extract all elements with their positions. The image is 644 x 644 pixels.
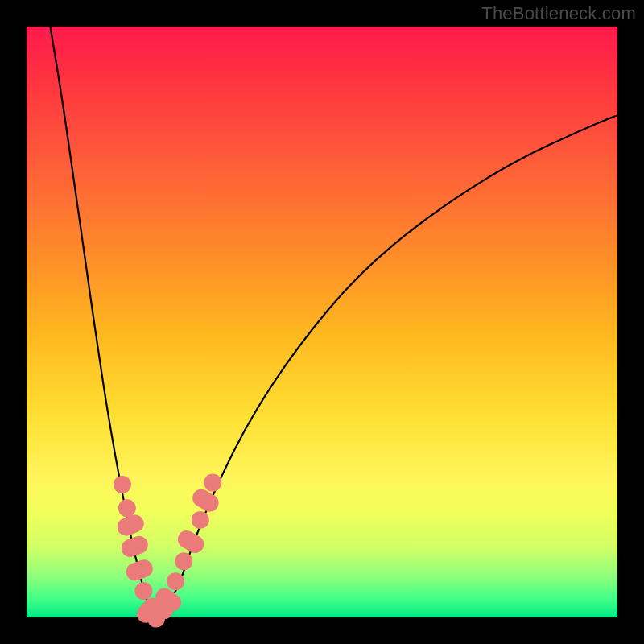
watermark-text: TheBottleneck.com: [481, 3, 636, 24]
chart-frame: TheBottleneck.com: [0, 0, 644, 644]
chart-marker-dot: [118, 499, 136, 517]
chart-marker-dot: [167, 572, 184, 590]
chart-marker-capsule: [119, 534, 151, 559]
chart-marker-dot: [134, 582, 152, 600]
chart-svg-layer: [27, 27, 617, 617]
chart-marker-dot: [204, 474, 221, 492]
chart-marker-capsule: [175, 527, 207, 556]
chart-marker-dot: [192, 511, 209, 529]
chart-plot-area: [27, 27, 617, 617]
chart-markers: [114, 474, 222, 629]
chart-marker-capsule: [114, 512, 146, 538]
chart-marker-capsule: [123, 557, 155, 583]
chart-marker-dot: [114, 476, 131, 493]
chart-marker-dot: [175, 552, 192, 570]
